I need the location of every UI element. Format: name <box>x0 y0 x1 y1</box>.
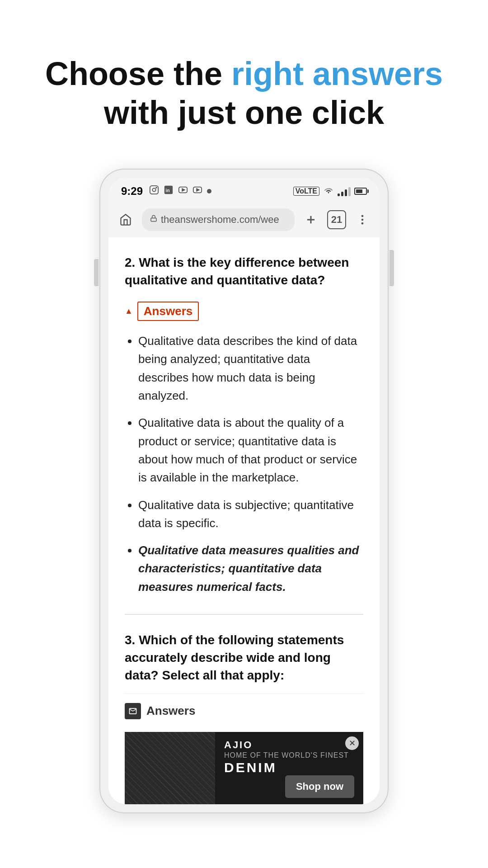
status-time: 9:29 <box>121 185 143 198</box>
svg-marker-6 <box>182 189 185 191</box>
signal-icon <box>338 186 351 196</box>
svg-rect-0 <box>150 186 158 194</box>
answers-label-2: Answers <box>137 302 199 321</box>
notification-dot <box>207 189 211 193</box>
phone-mockup: 9:29 <box>99 169 389 813</box>
ad-brand-name: AJIO <box>224 739 354 751</box>
linkedin-icon: in <box>164 185 174 198</box>
status-bar-right: VoLTE <box>293 185 367 197</box>
answer-item-4-correct: Qualitative data measures qualities and … <box>138 541 363 596</box>
youtube2-icon <box>192 185 202 198</box>
answers-arrow-icon: ▲ <box>125 307 133 316</box>
answers-label-3: Answers <box>146 704 195 718</box>
youtube-icon <box>178 185 188 198</box>
question-2-block: 2. What is the key difference between qu… <box>125 254 363 596</box>
page-content: 2. What is the key difference between qu… <box>108 237 380 804</box>
answer-item-3: Qualitative data is subjective; quantita… <box>138 496 363 533</box>
answers-toggle-2[interactable]: ▲ Answers <box>125 302 363 321</box>
phone-inner: 9:29 <box>108 178 380 804</box>
ad-tagline-text: HOME OF THE WORLD'S FINEST <box>224 751 354 760</box>
question-2-title: 2. What is the key difference between qu… <box>125 254 363 289</box>
ad-shop-button[interactable]: Shop now <box>285 775 354 798</box>
question-3-number: 3. <box>125 633 135 647</box>
status-bar: 9:29 <box>108 178 380 202</box>
wifi-icon <box>323 185 334 197</box>
tab-count-badge[interactable]: 21 <box>327 210 346 229</box>
status-app-icons: in <box>149 185 211 198</box>
question-2-text: What is the key difference between quali… <box>125 255 349 287</box>
ad-tagline-value: HOME OF THE WORLD'S FINEST <box>224 751 349 759</box>
ad-content: AJIO HOME OF THE WORLD'S FINEST DENIM Sh… <box>215 732 363 804</box>
lock-icon <box>150 215 157 224</box>
more-menu-button[interactable] <box>354 212 371 228</box>
svg-point-14 <box>361 222 364 225</box>
answer-item-2: Qualitative data is about the quality of… <box>138 414 363 486</box>
hero-title-part1: Choose the <box>45 56 231 92</box>
answer-item-1: Qualitative data describes the kind of d… <box>138 332 363 405</box>
svg-point-12 <box>361 215 364 217</box>
ad-banner[interactable]: ✕ AJIO HOME OF THE WORLD'S FINEST DENIM … <box>125 732 363 804</box>
svg-marker-8 <box>197 189 199 191</box>
battery-icon <box>354 188 367 195</box>
url-text: theanswershome.com/wee <box>161 214 279 226</box>
ad-texture <box>125 732 215 804</box>
content-divider <box>125 614 363 615</box>
instagram-icon <box>149 185 159 198</box>
volte-icon: VoLTE <box>293 187 319 196</box>
question-3-text: Which of the following statements accura… <box>125 633 344 682</box>
ad-image <box>125 732 215 804</box>
answers-toggle-bottom-icon <box>125 703 141 719</box>
status-bar-left: 9:29 <box>121 185 211 198</box>
answers-toggle-bottom[interactable]: Answers <box>125 693 363 732</box>
phone-container: 9:29 <box>0 169 488 813</box>
question-3-block: 3. Which of the following statements acc… <box>125 631 363 684</box>
question-2-number: 2. <box>125 255 135 269</box>
svg-point-1 <box>152 188 155 191</box>
svg-text:in: in <box>166 188 170 193</box>
new-tab-button[interactable] <box>303 212 319 228</box>
ad-close-button[interactable]: ✕ <box>345 736 359 750</box>
ad-product-name: DENIM <box>224 760 354 775</box>
question-3-title: 3. Which of the following statements acc… <box>125 631 363 684</box>
svg-rect-9 <box>151 218 156 222</box>
hero-title: Choose the right answers with just one c… <box>27 54 461 132</box>
home-button[interactable] <box>117 212 134 228</box>
answers-list-2: Qualitative data describes the kind of d… <box>125 332 363 596</box>
url-input[interactable]: theanswershome.com/wee <box>142 208 295 231</box>
svg-point-13 <box>361 218 364 221</box>
hero-title-part2: with just one click <box>104 94 384 131</box>
svg-point-2 <box>156 187 157 188</box>
hero-title-highlight: right answers <box>231 56 443 92</box>
url-bar[interactable]: theanswershome.com/wee 21 <box>108 202 380 237</box>
hero-section: Choose the right answers with just one c… <box>0 0 488 169</box>
